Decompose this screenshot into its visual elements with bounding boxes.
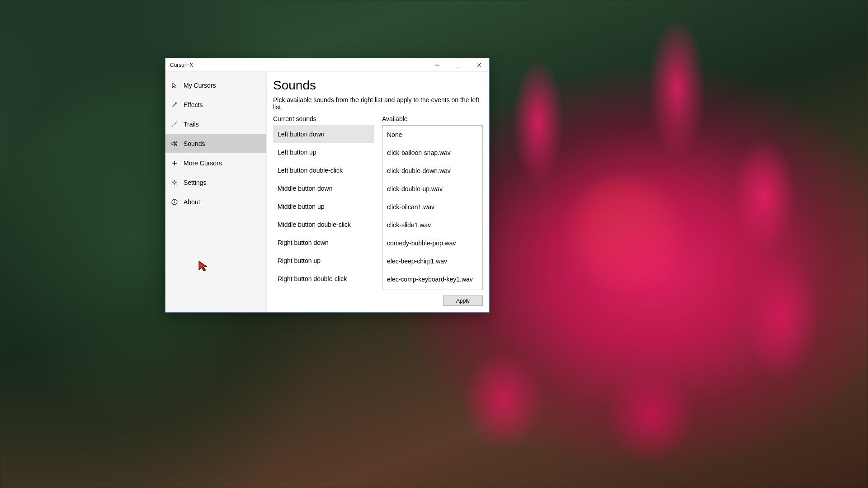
available-sound-item[interactable]: click-slide1.wav [382, 216, 482, 234]
wand-icon [171, 101, 178, 108]
current-sound-item[interactable]: Right button up [273, 252, 374, 270]
current-sound-item[interactable]: Right button double-click [273, 270, 374, 288]
sidebar-item-label: Sounds [184, 140, 205, 147]
current-sound-item[interactable]: Middle button up [273, 197, 374, 216]
close-button[interactable] [468, 58, 489, 72]
svg-point-26 [174, 200, 175, 201]
titlebar[interactable]: CursorFX [165, 58, 489, 72]
svg-point-11 [175, 122, 176, 124]
sidebar-item-about[interactable]: About [165, 192, 266, 211]
available-sound-item[interactable]: comedy-bubble-pop.wav [382, 234, 482, 252]
svg-point-10 [174, 124, 175, 125]
current-sound-item[interactable]: Right button down [273, 234, 374, 252]
info-icon [171, 198, 178, 206]
sidebar-item-label: Trails [184, 121, 199, 128]
window-title: CursorFX [170, 62, 193, 68]
cursor-icon [171, 82, 178, 89]
page-description: Pick available sounds from the right lis… [273, 96, 483, 111]
app-window: CursorFX My CursorsEffectsTrailsSoundsMo… [165, 58, 490, 313]
svg-line-22 [176, 183, 176, 184]
svg-point-6 [176, 103, 177, 103]
current-sounds-list[interactable]: Left button downLeft button upLeft butto… [273, 125, 374, 290]
available-sounds-list[interactable]: Noneclick-balloon-snap.wavclick-double-d… [382, 125, 483, 290]
current-sound-item[interactable]: Left button double-click [273, 161, 374, 179]
main-pane: Sounds Pick available sounds from the ri… [267, 72, 489, 312]
available-sound-item[interactable]: elec-beep-chirp1.wav [382, 252, 482, 270]
available-sounds-header: Available [382, 115, 483, 122]
sidebar-item-settings[interactable]: Settings [165, 173, 266, 192]
sound-icon [171, 140, 178, 147]
current-sound-item[interactable]: Left button down [273, 125, 374, 143]
svg-marker-13 [172, 141, 175, 146]
current-sound-item[interactable]: Left button up [273, 143, 374, 161]
svg-line-24 [173, 183, 173, 184]
svg-point-9 [172, 126, 173, 127]
current-sound-item[interactable]: Middle button down [273, 179, 374, 197]
current-sound-item[interactable]: Middle button double-click [273, 216, 374, 234]
svg-marker-4 [172, 83, 176, 88]
available-sound-item[interactable]: click-double-up.wav [382, 180, 482, 198]
svg-rect-1 [456, 63, 460, 67]
sidebar-item-label: Effects [184, 101, 203, 108]
available-sound-item[interactable]: click-oilcan1.wav [382, 198, 482, 216]
page-title: Sounds [273, 78, 483, 93]
available-sound-item[interactable]: elec-comp-keyboard-key1.wav [382, 270, 482, 288]
svg-line-21 [173, 180, 173, 181]
current-sounds-header: Current sounds [273, 115, 374, 122]
gear-icon [171, 179, 178, 186]
available-sound-item[interactable]: click-balloon-snap.wav [382, 144, 482, 162]
sidebar-item-effects[interactable]: Effects [165, 95, 266, 114]
sidebar-item-trails[interactable]: Trails [165, 114, 266, 134]
sidebar: My CursorsEffectsTrailsSoundsMore Cursor… [165, 72, 267, 312]
sidebar-item-my-cursors[interactable]: My Cursors [165, 75, 266, 95]
sidebar-item-more-cursors[interactable]: More Cursors [165, 153, 266, 173]
sidebar-item-label: More Cursors [184, 160, 222, 167]
sidebar-item-label: My Cursors [184, 82, 216, 89]
sidebar-item-sounds[interactable]: Sounds [165, 134, 266, 153]
minimize-button[interactable] [427, 58, 448, 72]
svg-line-23 [176, 180, 176, 181]
svg-point-16 [174, 182, 175, 183]
svg-line-5 [173, 103, 176, 107]
apply-button[interactable]: Apply [443, 296, 483, 306]
plus-icon [171, 160, 178, 167]
sidebar-item-label: About [184, 198, 200, 206]
maximize-button[interactable] [448, 58, 468, 72]
available-sound-item[interactable]: click-double-down.wav [382, 162, 482, 180]
svg-point-12 [176, 121, 177, 122]
trail-icon [171, 121, 178, 128]
available-sound-item[interactable]: None [382, 126, 482, 144]
sidebar-item-label: Settings [184, 179, 207, 186]
